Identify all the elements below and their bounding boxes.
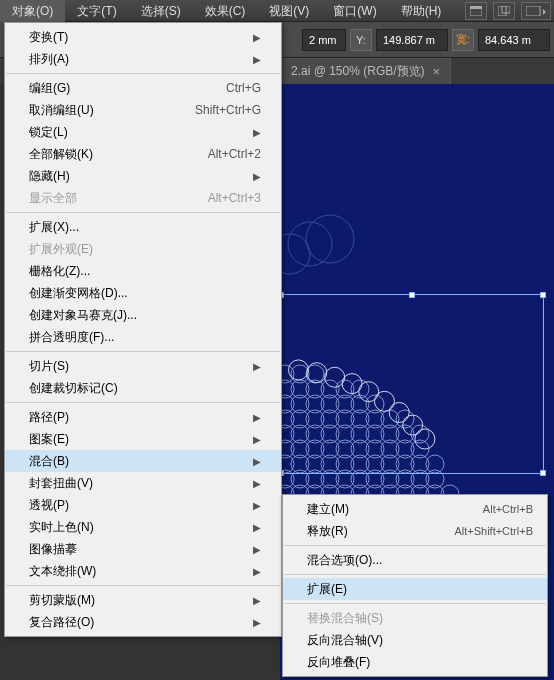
svg-point-7	[306, 215, 354, 263]
menu-item[interactable]: 锁定(L)▶	[5, 121, 281, 143]
menu-item[interactable]: 隐藏(H)▶	[5, 165, 281, 187]
y-field[interactable]: 149.867 m	[376, 29, 448, 51]
menu-item: 显示全部Alt+Ctrl+3	[5, 187, 281, 209]
svg-rect-4	[526, 6, 540, 16]
menu-item[interactable]: 封套扭曲(V)▶	[5, 472, 281, 494]
toolbar-btn-3[interactable]	[521, 2, 551, 20]
handle-tr[interactable]	[540, 292, 546, 298]
menu-item[interactable]: 栅格化(Z)...	[5, 260, 281, 282]
menu-object[interactable]: 对象(O)	[0, 0, 65, 22]
menu-view[interactable]: 视图(V)	[257, 0, 321, 22]
menu-item[interactable]: 路径(P)▶	[5, 406, 281, 428]
w-field[interactable]: 84.643 m	[478, 29, 550, 51]
menubar: 对象(O) 文字(T) 选择(S) 效果(C) 视图(V) 窗口(W) 帮助(H…	[0, 0, 554, 22]
submenu-item: 替换混合轴(S)	[283, 607, 547, 629]
submenu-item[interactable]: 反向混合轴(V)	[283, 629, 547, 651]
menu-item[interactable]: 图像描摹▶	[5, 538, 281, 560]
menu-item[interactable]: 混合(B)▶	[5, 450, 281, 472]
submenu-item[interactable]: 释放(R)Alt+Shift+Ctrl+B	[283, 520, 547, 542]
menu-item[interactable]: 编组(G)Ctrl+G	[5, 77, 281, 99]
svg-point-5	[280, 234, 310, 274]
decorative-circles	[280, 214, 380, 294]
menu-effect[interactable]: 效果(C)	[193, 0, 258, 22]
menu-item[interactable]: 排列(A)▶	[5, 48, 281, 70]
menu-item[interactable]: 拼合透明度(F)...	[5, 326, 281, 348]
toolbar-btn-2[interactable]	[493, 2, 515, 20]
menu-item[interactable]: 创建对象马赛克(J)...	[5, 304, 281, 326]
menu-item[interactable]: 取消编组(U)Shift+Ctrl+G	[5, 99, 281, 121]
menu-help[interactable]: 帮助(H)	[389, 0, 454, 22]
menu-item: 扩展外观(E)	[5, 238, 281, 260]
submenu-item[interactable]: 混合选项(O)...	[283, 549, 547, 571]
object-menu-dropdown: 变换(T)▶排列(A)▶编组(G)Ctrl+G取消编组(U)Shift+Ctrl…	[4, 22, 282, 637]
submenu-item[interactable]: 扩展(E)	[283, 578, 547, 600]
blend-submenu: 建立(M)Alt+Ctrl+B释放(R)Alt+Shift+Ctrl+B混合选项…	[282, 494, 548, 677]
w-label: 宽:	[452, 29, 474, 51]
menu-type[interactable]: 文字(T)	[65, 0, 128, 22]
menu-item[interactable]: 切片(S)▶	[5, 355, 281, 377]
submenu-item[interactable]: 反向堆叠(F)	[283, 651, 547, 673]
handle-br[interactable]	[540, 470, 546, 476]
close-icon[interactable]: ×	[433, 64, 441, 79]
menu-item[interactable]: 剪切蒙版(M)▶	[5, 589, 281, 611]
submenu-item[interactable]: 建立(M)Alt+Ctrl+B	[283, 498, 547, 520]
menu-item[interactable]: 变换(T)▶	[5, 26, 281, 48]
handle-tc[interactable]	[409, 292, 415, 298]
y-label: Y:	[350, 29, 372, 51]
menu-item[interactable]: 扩展(X)...	[5, 216, 281, 238]
menu-item[interactable]: 全部解锁(K)Alt+Ctrl+2	[5, 143, 281, 165]
x-field[interactable]: 2 mm	[302, 29, 346, 51]
tab-title: 2.ai @ 150% (RGB/预览)	[291, 63, 425, 80]
svg-point-6	[288, 222, 332, 266]
menu-item[interactable]: 复合路径(O)▶	[5, 611, 281, 633]
menu-item[interactable]: 创建裁切标记(C)	[5, 377, 281, 399]
menu-item[interactable]: 创建渐变网格(D)...	[5, 282, 281, 304]
menu-item[interactable]: 实时上色(N)▶	[5, 516, 281, 538]
menu-item[interactable]: 文本绕排(W)▶	[5, 560, 281, 582]
svg-rect-1	[470, 6, 482, 9]
menu-select[interactable]: 选择(S)	[129, 0, 193, 22]
selection-box	[280, 294, 544, 474]
toolbar-btn-1[interactable]	[465, 2, 487, 20]
menu-item[interactable]: 图案(E)▶	[5, 428, 281, 450]
document-tab[interactable]: 2.ai @ 150% (RGB/预览) ×	[280, 58, 451, 84]
menu-window[interactable]: 窗口(W)	[321, 0, 388, 22]
menu-item[interactable]: 透视(P)▶	[5, 494, 281, 516]
